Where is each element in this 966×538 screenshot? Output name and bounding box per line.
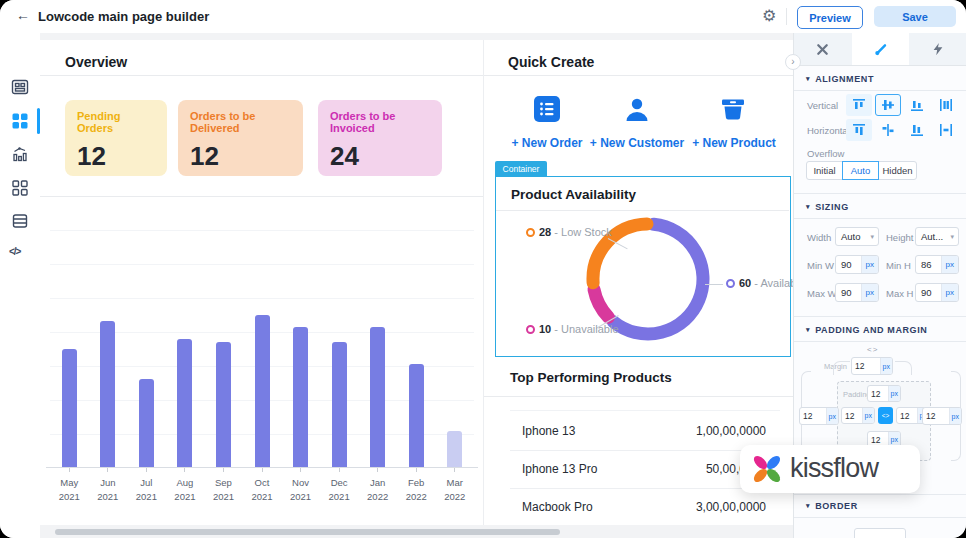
width-select[interactable]: Auto▾ [835, 227, 879, 246]
stat-card-pending-orders[interactable]: Pending Orders 12 [65, 100, 167, 176]
section-underline [794, 90, 966, 91]
save-button[interactable]: Save [874, 6, 956, 27]
section-divider [794, 193, 966, 194]
sidebar-item-data[interactable] [11, 212, 29, 230]
padding-margin-section-header[interactable]: ▾PADDING AND MARGIN [806, 325, 927, 335]
stat-card-value: 24 [330, 141, 430, 172]
customer-person-icon[interactable] [624, 96, 650, 122]
padding-top-input[interactable]: 12px [867, 385, 901, 402]
align-vertical-stretch-button[interactable] [933, 94, 959, 116]
product-availability-title: Product Availability [511, 187, 636, 202]
bar-chart [50, 196, 474, 467]
link-icon: <> [882, 412, 890, 419]
horizontal-align-buttons [846, 119, 959, 141]
x-tick-label: Jan2022 [358, 468, 397, 504]
product-value: 3,00,00,0000 [696, 500, 766, 514]
x-tick-label: May2021 [50, 468, 89, 504]
margin-top-input[interactable]: 12px [851, 357, 893, 375]
bar-oct-2021[interactable] [255, 315, 270, 467]
back-icon[interactable]: ← [16, 7, 30, 23]
order-form-icon[interactable] [534, 96, 560, 122]
bar-jan-2022[interactable] [370, 327, 385, 467]
gear-icon[interactable]: ⚙ [762, 6, 776, 25]
product-availability-container[interactable]: Product Availability 28 - Low Stock 60 -… [495, 176, 791, 357]
max-width-input[interactable]: 90px [835, 283, 879, 302]
product-box-icon[interactable] [720, 96, 746, 122]
bar-mar-2022[interactable] [447, 431, 462, 467]
bar-jun-2021[interactable] [100, 321, 115, 467]
legend-leader-line [705, 284, 723, 285]
sizing-section-header[interactable]: ▾SIZING [806, 202, 849, 212]
kissflow-brand-text: kissflow [790, 453, 878, 484]
align-vertical-top-button[interactable] [846, 94, 872, 116]
inspector-collapse-button[interactable]: › [785, 54, 801, 70]
height-select[interactable]: Aut...▾ [915, 227, 959, 246]
overflow-initial-button[interactable]: Initial [806, 161, 843, 180]
stat-card-orders-invoiced[interactable]: Orders to be Invoiced 24 [318, 100, 442, 176]
bar-aug-2021[interactable] [177, 339, 192, 467]
alignment-section-header[interactable]: ▾ALIGNMENT [806, 74, 874, 84]
preview-button[interactable]: Preview [797, 6, 863, 29]
table-row[interactable]: Macbook Pro 3,00,00,0000 [510, 488, 780, 526]
sidebar-item-widgets[interactable] [11, 112, 29, 130]
align-horizontal-left-button[interactable] [846, 119, 872, 141]
link-icon[interactable]: <> [867, 345, 878, 354]
align-stretch-icon [940, 99, 952, 111]
new-product-button[interactable]: + New Product [684, 136, 784, 150]
bar-feb-2022[interactable] [409, 364, 424, 467]
align-left-icon [853, 124, 865, 136]
max-height-input[interactable]: 90px [915, 283, 959, 302]
overview-panel[interactable]: Overview Pending Orders 12 Orders to be … [40, 40, 483, 525]
vertical-align-label: Vertical [807, 100, 838, 111]
border-input-partial[interactable] [854, 528, 906, 538]
bar-jul-2021[interactable] [139, 379, 154, 467]
sidebar-item-code[interactable]: </> [9, 246, 20, 257]
align-vertical-bottom-button[interactable] [904, 94, 930, 116]
bar-sep-2021[interactable] [216, 342, 231, 467]
tab-actions[interactable] [909, 33, 966, 65]
margin-left-input[interactable]: 12px [799, 407, 839, 425]
top-products-title: Top Performing Products [510, 370, 672, 385]
container-tag-label: Container [503, 164, 540, 174]
overflow-hidden-button[interactable]: Hidden [878, 161, 917, 180]
bar-may-2021[interactable] [62, 349, 77, 467]
min-height-input[interactable]: 86px [915, 255, 959, 274]
x-tick-label: Sep2021 [204, 468, 243, 504]
vertical-align-buttons [846, 94, 959, 116]
quick-create-header-divider [484, 75, 794, 76]
chevron-down-icon: ▾ [806, 326, 810, 333]
padding-link-button[interactable]: <> [878, 407, 893, 424]
bar-dec-2021[interactable] [332, 342, 347, 467]
x-tick-label: Feb2022 [397, 468, 436, 504]
tab-tools[interactable] [794, 33, 852, 65]
sidebar-item-pages[interactable] [11, 78, 29, 96]
table-row[interactable]: Iphone 13 1,00,00,0000 [510, 412, 780, 451]
stat-card-label: Orders to be Delivered [190, 110, 291, 134]
bar-chart-x-axis: May2021 Jun2021 Jul2021 Aug2021 Sep2021 … [50, 468, 474, 504]
margin-bracket [895, 361, 912, 375]
inspector-tabs [794, 33, 966, 66]
border-section-header[interactable]: ▾BORDER [806, 501, 858, 511]
page-title: Lowcode main page builder [38, 9, 209, 24]
sidebar-item-components[interactable] [11, 179, 29, 197]
sidebar-item-analytics[interactable] [11, 145, 29, 163]
stat-card-orders-delivered[interactable]: Orders to be Delivered 12 [178, 100, 303, 176]
overflow-auto-button[interactable]: Auto [842, 161, 879, 180]
horizontal-scrollbar-track[interactable] [40, 527, 793, 538]
tab-style[interactable] [852, 33, 910, 65]
horizontal-scrollbar-thumb[interactable] [55, 529, 560, 535]
x-tick-label: Mar2022 [435, 468, 474, 504]
container-tag[interactable]: Container [495, 161, 547, 177]
page-builder-window: ← Lowcode main page builder ⚙ Preview Sa… [0, 0, 966, 538]
align-horizontal-between-button[interactable] [933, 119, 959, 141]
padding-left-input[interactable]: 12px [841, 407, 875, 424]
margin-right-input[interactable]: 12px [922, 407, 962, 425]
align-horizontal-center-button[interactable] [875, 119, 901, 141]
min-width-input[interactable]: 90px [835, 255, 879, 274]
overflow-segmented-control: Initial Auto Hidden [806, 161, 917, 180]
new-customer-button[interactable]: + New Customer [582, 136, 692, 150]
align-horizontal-baseline-button[interactable] [904, 119, 930, 141]
x-tick-label: Aug2021 [166, 468, 205, 504]
bar-nov-2021[interactable] [293, 327, 308, 467]
align-vertical-middle-button[interactable] [875, 94, 901, 116]
